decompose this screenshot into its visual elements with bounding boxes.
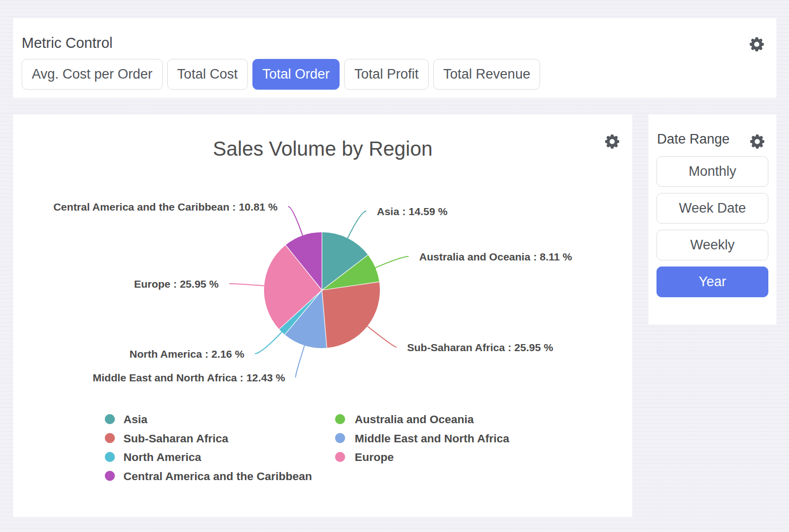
svg-text:Sub-Saharan Africa: Sub-Saharan Africa (123, 432, 228, 445)
svg-text:Europe: Europe (355, 451, 394, 463)
svg-text:Central America and the Caribb: Central America and the Caribbean : 10.8… (53, 201, 278, 213)
svg-text:Australia and Oceania: Australia and Oceania (355, 413, 474, 426)
svg-text:Sub-Saharan Africa : 25.95 %: Sub-Saharan Africa : 25.95 % (407, 342, 553, 353)
svg-text:Middle East and North Africa :: Middle East and North Africa : 12.43 % (93, 372, 285, 383)
svg-text:Middle East and North Africa: Middle East and North Africa (355, 432, 509, 445)
svg-text:Central America and the Caribb: Central America and the Caribbean (123, 470, 312, 483)
svg-text:North America : 2.16 %: North America : 2.16 % (129, 348, 244, 360)
svg-text:Australia and Oceania : 8.11 %: Australia and Oceania : 8.11 % (419, 251, 572, 262)
svg-text:Asia : 14.59 %: Asia : 14.59 % (377, 206, 447, 217)
svg-text:Asia: Asia (123, 413, 148, 426)
svg-text:North America: North America (123, 451, 202, 463)
svg-text:Europe : 25.95 %: Europe : 25.95 % (134, 278, 219, 290)
